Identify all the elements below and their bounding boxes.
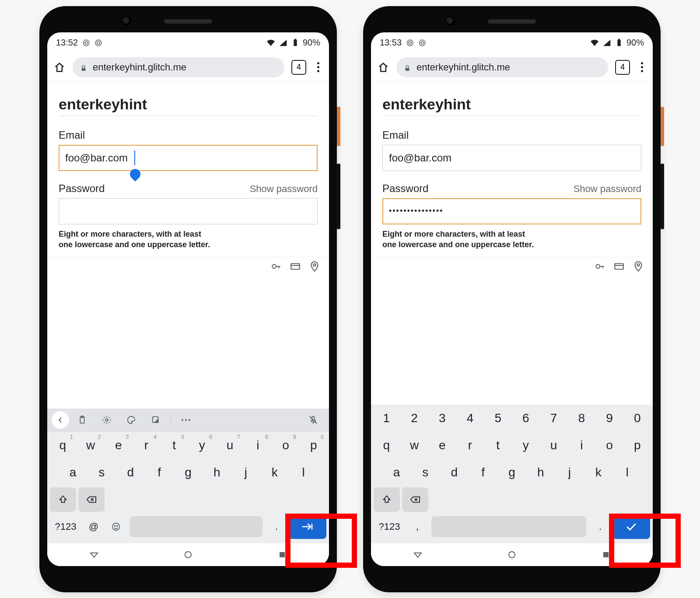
key-r[interactable]: r: [457, 433, 483, 458]
key-r[interactable]: r4: [133, 433, 159, 458]
nav-back-icon[interactable]: [413, 549, 423, 560]
cursor-handle-icon[interactable]: [128, 167, 143, 182]
spacebar-key[interactable]: [130, 516, 262, 537]
key-y[interactable]: y6: [189, 433, 215, 458]
location-icon[interactable]: [309, 261, 320, 272]
key-a[interactable]: a: [383, 460, 410, 485]
key-s[interactable]: s: [412, 460, 439, 485]
emoji-key[interactable]: [106, 514, 126, 539]
address-bar[interactable]: enterkeyhint.glitch.me: [396, 57, 608, 77]
key-a[interactable]: a: [60, 460, 86, 485]
password-field[interactable]: •••••••••••••••: [382, 198, 641, 224]
tab-switcher[interactable]: 4: [615, 60, 630, 75]
key-p[interactable]: p: [624, 433, 650, 458]
power-button[interactable]: [661, 107, 664, 146]
key-y[interactable]: y: [513, 433, 539, 458]
nav-recent-icon[interactable]: [277, 549, 287, 560]
key-f[interactable]: f: [470, 460, 497, 485]
key-g[interactable]: g: [499, 460, 525, 485]
home-icon[interactable]: [53, 61, 66, 73]
key-q[interactable]: q1: [50, 433, 76, 458]
key-t[interactable]: t: [485, 433, 511, 458]
overflow-menu-icon[interactable]: [313, 62, 323, 72]
card-icon[interactable]: [613, 261, 625, 272]
key-k[interactable]: k: [261, 460, 288, 485]
key-3[interactable]: 3: [429, 406, 455, 430]
show-password-toggle[interactable]: Show password: [574, 183, 641, 195]
backspace-key[interactable]: [78, 487, 105, 512]
address-bar[interactable]: enterkeyhint.glitch.me: [73, 57, 284, 77]
home-icon[interactable]: [377, 61, 389, 73]
password-field[interactable]: [59, 198, 318, 224]
period-key[interactable]: .: [590, 514, 610, 539]
comma-key[interactable]: ,: [407, 514, 427, 539]
email-field[interactable]: foo@bar.com: [382, 145, 641, 171]
backspace-key[interactable]: [402, 487, 428, 512]
card-icon[interactable]: [290, 261, 301, 272]
key-o[interactable]: o: [597, 433, 623, 458]
key-icon[interactable]: [594, 261, 606, 272]
more-icon[interactable]: [175, 411, 197, 429]
symbols-key[interactable]: ?123: [374, 514, 405, 539]
tab-switcher[interactable]: 4: [291, 60, 306, 75]
key-h[interactable]: h: [527, 460, 554, 485]
key-w[interactable]: w2: [78, 433, 104, 458]
volume-button[interactable]: [337, 164, 340, 229]
power-button[interactable]: [337, 107, 340, 146]
key-j[interactable]: j: [232, 460, 259, 485]
mic-off-icon[interactable]: [302, 411, 325, 429]
key-u[interactable]: u7: [217, 433, 243, 458]
gear-icon[interactable]: [95, 411, 118, 429]
key-p[interactable]: p0: [301, 433, 326, 458]
key-q[interactable]: q: [374, 433, 399, 458]
key-k[interactable]: k: [585, 460, 612, 485]
nav-home-icon[interactable]: [507, 549, 517, 560]
key-d[interactable]: d: [117, 460, 144, 485]
key-i[interactable]: i: [569, 433, 595, 458]
symbols-key[interactable]: ?123: [50, 514, 81, 539]
key-s[interactable]: s: [88, 460, 115, 485]
key-g[interactable]: g: [175, 460, 202, 485]
key-i[interactable]: i8: [245, 433, 271, 458]
kbd-back-icon[interactable]: [52, 411, 69, 429]
clipboard-icon[interactable]: [71, 411, 94, 429]
key-h[interactable]: h: [203, 460, 230, 485]
key-l[interactable]: l: [290, 460, 317, 485]
key-l[interactable]: l: [614, 460, 640, 485]
shift-key[interactable]: [374, 487, 400, 512]
enter-key-done[interactable]: [612, 514, 650, 539]
overflow-menu-icon[interactable]: [637, 62, 647, 72]
nav-back-icon[interactable]: [89, 549, 99, 560]
key-4[interactable]: 4: [457, 406, 483, 430]
key-7[interactable]: 7: [541, 406, 567, 430]
sticker-icon[interactable]: [144, 411, 167, 429]
show-password-toggle[interactable]: Show password: [250, 183, 318, 195]
shift-key[interactable]: [50, 487, 76, 512]
key-j[interactable]: j: [556, 460, 583, 485]
period-key[interactable]: .: [266, 514, 287, 539]
palette-icon[interactable]: [120, 411, 143, 429]
key-o[interactable]: o9: [273, 433, 299, 458]
key-0[interactable]: 0: [624, 406, 650, 430]
key-9[interactable]: 9: [597, 406, 623, 430]
key-icon[interactable]: [270, 261, 282, 272]
key-d[interactable]: d: [441, 460, 468, 485]
key-5[interactable]: 5: [485, 406, 511, 430]
spacebar-key[interactable]: [431, 516, 586, 537]
key-1[interactable]: 1: [374, 406, 399, 430]
location-icon[interactable]: [633, 261, 644, 272]
key-w[interactable]: w: [402, 433, 427, 458]
email-field[interactable]: foo@bar.com: [59, 145, 318, 171]
nav-recent-icon[interactable]: [601, 549, 611, 560]
volume-button[interactable]: [661, 164, 664, 229]
at-key[interactable]: @: [84, 514, 104, 539]
key-f[interactable]: f: [146, 460, 173, 485]
nav-home-icon[interactable]: [183, 549, 193, 560]
key-u[interactable]: u: [541, 433, 567, 458]
enter-key-next[interactable]: [289, 514, 326, 539]
key-e[interactable]: e3: [105, 433, 131, 458]
key-t[interactable]: t5: [161, 433, 187, 458]
key-6[interactable]: 6: [513, 406, 539, 430]
key-8[interactable]: 8: [569, 406, 595, 430]
key-e[interactable]: e: [429, 433, 455, 458]
